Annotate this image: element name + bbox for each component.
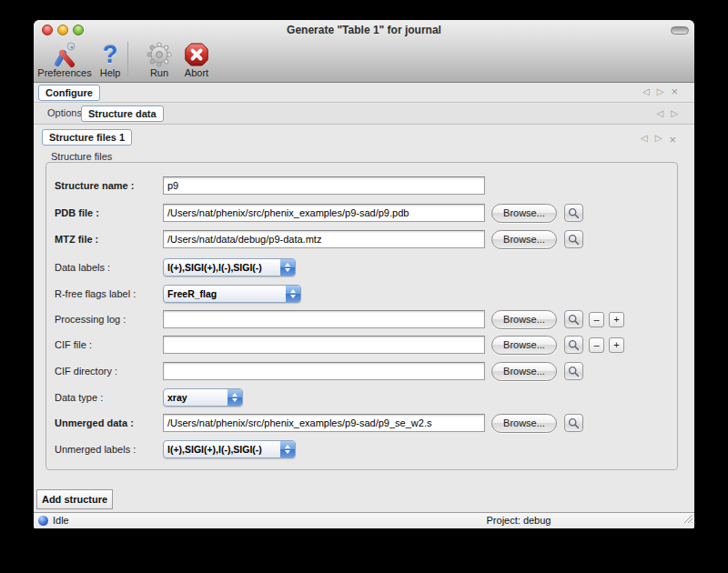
help-label: Help [100,68,121,78]
cif-directory-label: CIF directory : [55,366,160,377]
run-button[interactable]: Run [141,41,177,79]
magnifier-icon [568,339,580,351]
tab-scroll-right-icon[interactable]: ▷ [657,86,664,97]
tab-structure-files-1[interactable]: Structure files 1 [42,129,132,146]
run-label: Run [150,68,168,78]
data-labels-value: I(+),SIGI(+),I(-),SIGI(-) [164,262,280,273]
cif-file-add-button[interactable]: + [609,337,624,353]
unmerged-labels-label: Unmerged labels : [55,444,160,455]
mtz-view-button[interactable] [564,230,583,248]
magnifier-icon [568,207,580,219]
pdb-file-input[interactable] [163,204,485,222]
processing-log-label: Processing log : [55,314,160,325]
processing-log-browse-button[interactable]: Browse... [491,310,557,329]
pdb-file-label: PDB file : [55,207,160,218]
abort-label: Abort [185,68,208,78]
data-labels-dropdown[interactable]: I(+),SIGI(+),I(-),SIGI(-) [163,258,296,276]
project-label: Project: debug [343,515,694,526]
toolbar-divider [127,42,129,76]
processing-log-view-button[interactable] [564,310,583,328]
group-label: Structure files [51,151,112,162]
unmerged-data-input[interactable] [163,414,485,432]
tab-configure[interactable]: Configure [38,85,100,101]
cif-directory-input[interactable] [163,362,485,380]
section-tab-bar: Options Structure data ◁ ▷ [34,104,694,125]
data-labels-label: Data labels : [55,262,160,273]
tab-close-icon[interactable]: × [669,133,676,146]
tab-scroll-left-icon[interactable]: ◁ [641,133,648,146]
title-bar: Generate "Table 1" for journal [34,20,694,41]
structure-name-label: Structure name : [55,180,160,191]
dropdown-arrows-icon [280,441,295,457]
cif-file-browse-button[interactable]: Browse... [491,336,557,355]
mtz-browse-button[interactable]: Browse... [491,230,557,249]
app-window: Generate "Table 1" for journal [34,20,694,528]
tab-close-icon[interactable]: × [671,86,678,97]
data-type-dropdown[interactable]: xray [163,388,243,407]
unmerged-labels-value: I(+),SIGI(+),I(-),SIGI(-) [164,444,280,455]
rfree-flags-dropdown[interactable]: FreeR_flag [163,285,301,303]
tools-icon [51,41,78,68]
cif-file-remove-button[interactable]: – [589,337,604,353]
unmerged-data-view-button[interactable] [564,414,583,432]
resize-grip[interactable] [682,511,693,528]
abort-icon [183,41,210,68]
rfree-flags-value: FreeR_flag [164,288,286,299]
data-type-label: Data type : [55,392,160,403]
rfree-flags-label: R-free flags label : [55,288,160,299]
help-button[interactable]: ? Help [94,41,126,79]
structure-data-page: Structure files 1 ◁ ▷ × Structure files … [34,126,694,512]
add-structure-button[interactable]: Add structure [36,489,113,509]
tab-structure-data[interactable]: Structure data [81,106,164,122]
mtz-file-input[interactable] [163,230,485,248]
magnifier-icon [568,417,580,429]
dropdown-arrows-icon [286,286,300,302]
tab-scroll-left-icon[interactable]: ◁ [657,108,664,119]
window-title: Generate "Table 1" for journal [34,24,694,36]
tab-scroll-left-icon[interactable]: ◁ [642,86,650,97]
gear-icon [146,41,173,68]
cif-directory-view-button[interactable] [564,362,583,380]
status-bar: Idle Project: debug [34,512,694,528]
preferences-label: Preferences [37,68,91,78]
unmerged-data-label: Unmerged data : [55,417,160,428]
processing-log-input[interactable] [163,310,485,328]
processing-log-remove-button[interactable]: – [589,312,604,327]
cif-directory-browse-button[interactable]: Browse... [491,362,557,381]
pdb-view-button[interactable] [564,204,583,222]
unmerged-data-browse-button[interactable]: Browse... [491,414,557,433]
mtz-file-label: MTZ file : [55,234,160,245]
toolbar-toggle-button[interactable] [671,26,689,35]
screenshot-stage: Generate "Table 1" for journal [0,0,728,573]
cif-file-label: CIF file : [55,339,160,350]
help-icon: ? [103,41,118,68]
pdb-browse-button[interactable]: Browse... [491,204,557,223]
unmerged-labels-dropdown[interactable]: I(+),SIGI(+),I(-),SIGI(-) [163,440,296,458]
preferences-button[interactable]: Preferences [35,41,94,79]
dropdown-arrows-icon [228,389,242,406]
tab-scroll-right-icon[interactable]: ▷ [655,133,662,146]
dropdown-arrows-icon [280,259,295,276]
window-header: Generate "Table 1" for journal [34,20,694,83]
toolbar: Preferences ? Help [35,41,216,82]
structure-name-input[interactable] [163,176,485,195]
configure-tab-bar: Configure ◁ ▷ × [34,83,694,103]
status-indicator-icon [38,516,48,526]
cif-file-input[interactable] [163,336,485,354]
magnifier-icon [568,366,580,377]
processing-log-add-button[interactable]: + [609,312,624,327]
cif-file-view-button[interactable] [564,336,583,354]
magnifier-icon [568,314,580,326]
magnifier-icon [568,234,580,246]
status-text: Idle [53,515,69,526]
data-type-value: xray [164,392,228,403]
tab-scroll-right-icon[interactable]: ▷ [671,108,678,119]
abort-button[interactable]: Abort [177,41,216,79]
